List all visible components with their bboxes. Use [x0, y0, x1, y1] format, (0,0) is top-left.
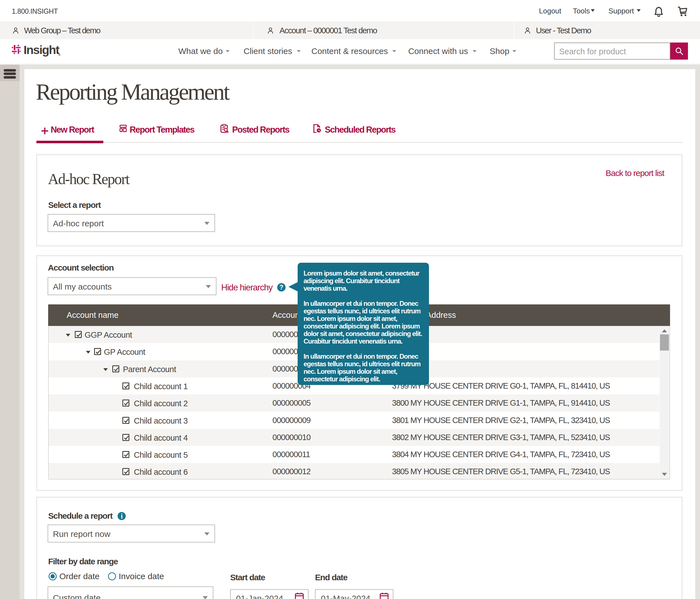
svg-text:Insight: Insight: [24, 45, 60, 56]
